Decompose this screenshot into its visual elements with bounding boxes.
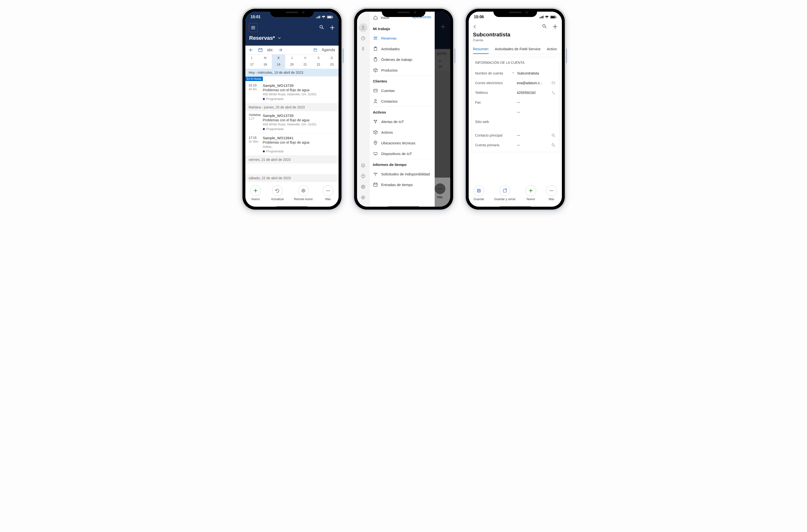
device-icon xyxy=(373,151,378,156)
more-button[interactable]: Más xyxy=(323,185,334,201)
friday-header: viernes, 21 de abril de 2023 xyxy=(245,156,339,164)
add-icon[interactable] xyxy=(552,24,558,30)
add-icon[interactable] xyxy=(330,25,335,31)
person-icon xyxy=(373,99,378,103)
field-fax[interactable]: Fax --- xyxy=(475,97,555,107)
agenda-label[interactable]: Agenda xyxy=(322,48,335,52)
rail-settings[interactable] xyxy=(359,193,368,202)
iot-icon xyxy=(373,119,378,124)
wifi-icon xyxy=(545,15,549,19)
plus-icon xyxy=(528,188,533,193)
tab-field-service[interactable]: Actividades de Field Service xyxy=(495,45,541,54)
month-label: abr. xyxy=(267,48,274,52)
rail-help[interactable] xyxy=(359,172,368,180)
menu-button-highlighted[interactable] xyxy=(249,23,258,32)
nav-item-cuentas[interactable]: Cuentas xyxy=(370,85,435,96)
field-phone[interactable]: Teléfono 4255550182 xyxy=(475,88,555,97)
save-icon xyxy=(476,188,481,193)
search-icon[interactable] xyxy=(542,24,547,28)
nav-group-tiempo: Informes de tiempo xyxy=(370,159,435,169)
nav-item-contactos[interactable]: Contactos xyxy=(370,96,435,107)
remote-assist-icon xyxy=(301,188,306,193)
more-button[interactable]: Más xyxy=(546,185,557,201)
rail-pinned[interactable] xyxy=(359,45,368,53)
save-close-icon xyxy=(502,188,507,193)
command-bar: Nuevo Actualizar Remote Assist Más xyxy=(245,183,339,207)
field-email[interactable]: Correo electrónico eva@adatum.c... xyxy=(475,78,555,88)
nav-item-dispositivos[interactable]: Dispositivos de IoT xyxy=(370,148,435,159)
field-name[interactable]: Nombre de cuenta* Subcontratista xyxy=(475,69,555,78)
nav-group-activos: Activos xyxy=(370,107,435,116)
refresh-button[interactable]: Actualizar xyxy=(271,185,284,201)
nav-item-alertas-iot[interactable]: Alertas de IoT xyxy=(370,116,435,127)
lookup-icon[interactable] xyxy=(551,133,555,137)
home-icon xyxy=(373,15,378,20)
nav-item-reservas[interactable]: Reservas xyxy=(370,33,435,43)
account-info-card: INFORMACIÓN DE LA CUENTA Nombre de cuent… xyxy=(471,57,560,152)
people-icon xyxy=(373,36,378,40)
field-contact[interactable]: Contacto principal --- xyxy=(475,131,555,140)
weekday-row: L M X J V S D xyxy=(245,55,339,61)
prev-arrow[interactable] xyxy=(249,48,254,52)
booking-item[interactable]: TERMINA1:17 Sample_WO13739 Problemas con… xyxy=(245,111,339,133)
field-site[interactable]: Sitio web xyxy=(475,117,555,127)
status-time: 15:06 xyxy=(474,15,484,19)
phone-reservas: 15:01 Reservas* xyxy=(241,7,343,211)
record-title: Subcontratista xyxy=(469,31,562,38)
more-icon xyxy=(326,188,331,193)
tab-resumen[interactable]: Resumen xyxy=(473,45,489,54)
tab-activos[interactable]: Activo xyxy=(547,45,557,54)
calendar-icon[interactable] xyxy=(258,48,263,52)
tomorrow-header: Mañana - jueves, 20 de abril de 2023 xyxy=(245,103,339,111)
booking-item[interactable]: 21:134h 4m Sample_WO13739 Problemas con … xyxy=(245,81,339,103)
nav-item-activos[interactable]: Activos xyxy=(370,127,435,137)
box-icon xyxy=(373,130,378,135)
nav-item-ubicaciones[interactable]: Ubicaciones técnicas xyxy=(370,137,435,148)
nav-item-actividades[interactable]: Actividades xyxy=(370,43,435,54)
nav-item-solicitudes[interactable]: Solicitudes de indisponibilidad xyxy=(370,169,435,179)
chevron-down-icon xyxy=(277,36,281,40)
rail-recent[interactable] xyxy=(359,34,368,43)
rail-profile[interactable] xyxy=(359,23,368,32)
booking-item[interactable]: 17:152h 30m Sample_WO13941 Problemas con… xyxy=(245,133,339,156)
next-arrow[interactable] xyxy=(278,48,283,52)
nav-item-entradas-tiempo[interactable]: Entradas de tiempo xyxy=(370,179,435,190)
remote-assist-button[interactable]: Remote Assist xyxy=(294,185,313,201)
phone-icon[interactable] xyxy=(551,91,555,95)
search-icon[interactable] xyxy=(319,25,324,30)
rail-globe[interactable] xyxy=(359,183,368,191)
view-title: Reservas* xyxy=(249,35,275,41)
view-selector[interactable]: Reservas* xyxy=(245,34,339,45)
umbrella-icon xyxy=(373,172,378,176)
nav-item-productos[interactable]: Productos xyxy=(370,65,435,75)
save-button[interactable]: Guardar xyxy=(473,185,484,201)
record-subtitle: Cuenta xyxy=(469,38,562,45)
more-icon xyxy=(549,188,554,193)
signal-icon xyxy=(316,15,320,19)
wifi-icon xyxy=(322,15,325,19)
account-icon xyxy=(373,88,378,93)
status-time: 15:01 xyxy=(251,15,261,19)
command-bar: Guardar Guardar y cerrar Nuevo Más xyxy=(469,183,562,207)
agenda-icon xyxy=(313,48,317,52)
clipboard-icon xyxy=(373,46,378,51)
plus-icon xyxy=(253,188,258,193)
battery-icon xyxy=(327,16,333,19)
field-blank[interactable]: --- xyxy=(475,107,555,117)
refresh-icon xyxy=(275,188,280,193)
field-primary[interactable]: Cuenta primaria --- xyxy=(475,140,555,150)
clipboard-icon xyxy=(373,57,378,62)
calendar-icon xyxy=(373,182,378,187)
back-button[interactable] xyxy=(472,24,477,29)
battery-icon xyxy=(550,16,557,19)
save-close-button[interactable]: Guardar y cerrar xyxy=(494,185,515,201)
signal-icon xyxy=(540,15,543,19)
new-button[interactable]: Nuevo xyxy=(525,185,536,201)
new-button[interactable]: Nuevo xyxy=(250,185,261,201)
nav-item-ordenes[interactable]: Órdenes de trabajo xyxy=(370,54,435,65)
mail-icon[interactable] xyxy=(551,81,555,85)
lookup-icon[interactable] xyxy=(551,143,555,147)
date-row[interactable]: 17 18 19 20 21 22 23 xyxy=(245,61,339,69)
saturday-header: sábado, 22 de abril de 2023 xyxy=(245,174,339,182)
rail-feedback[interactable] xyxy=(359,161,368,170)
